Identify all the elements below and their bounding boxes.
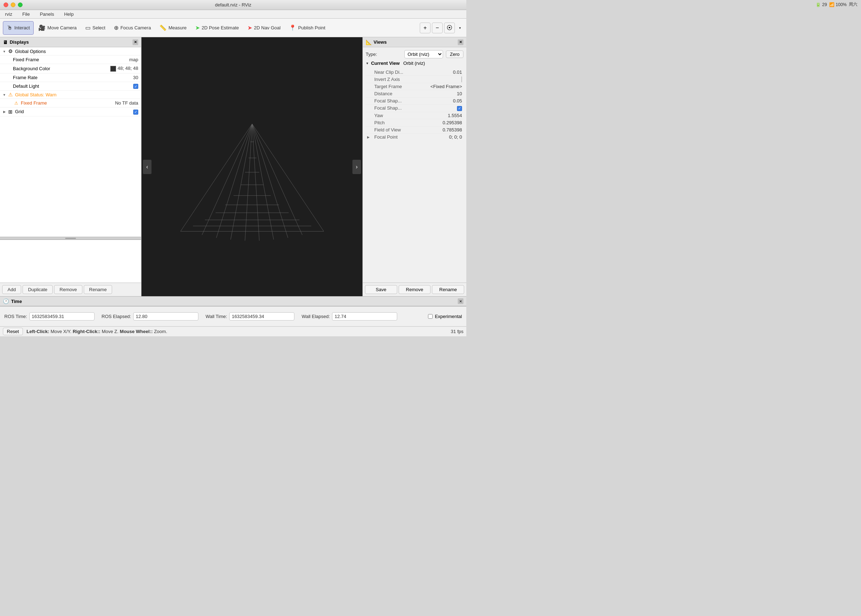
default-light-label: Default Light: [13, 83, 132, 89]
viewport-right-arrow[interactable]: ›: [352, 160, 361, 174]
viewport[interactable]: ‹: [141, 37, 363, 296]
remove-toolbar-button[interactable]: −: [432, 22, 443, 33]
distance-value: 10: [434, 91, 462, 96]
select-button[interactable]: ▭ Select: [81, 21, 109, 35]
views-panel-close[interactable]: ✕: [458, 39, 463, 45]
move-camera-icon: 🎥: [38, 24, 46, 31]
mouse-wheel-label: Mouse Wheel::: [120, 329, 153, 334]
panel-divider[interactable]: [0, 237, 141, 240]
minimize-button[interactable]: [11, 3, 16, 7]
time-panel-close[interactable]: ✕: [458, 299, 463, 304]
viewport-left-arrow[interactable]: ‹: [143, 160, 151, 174]
reset-button[interactable]: Reset: [3, 328, 23, 335]
displays-panel-close[interactable]: ✕: [132, 39, 138, 45]
focal-shape2-value: ✓: [434, 105, 462, 111]
move-camera-button[interactable]: 🎥 Move Camera: [35, 21, 80, 35]
frame-rate-row[interactable]: Frame Rate 30: [0, 74, 141, 82]
grid-checkbox[interactable]: ✓: [133, 110, 138, 115]
fixed-frame-status-label: Fixed Frame: [21, 100, 113, 106]
focal-shape1-value: 0.05: [434, 98, 462, 104]
display-tree: ⚙ Global Options Fixed Frame map Backgro…: [0, 47, 141, 237]
ros-elapsed-input[interactable]: [133, 312, 198, 321]
focus-camera-button[interactable]: ⊕ Focus Camera: [110, 21, 155, 35]
displays-panel-header: 🖥 Displays ✕: [0, 37, 141, 47]
current-view-expand[interactable]: [366, 61, 369, 65]
current-view-header: Current View Orbit (rviz): [366, 61, 463, 66]
publish-point-button[interactable]: 📍 Publish Point: [285, 21, 329, 35]
maximize-button[interactable]: [18, 3, 22, 7]
wall-elapsed-input[interactable]: [332, 312, 397, 321]
background-color-value: 48; 48; 48: [109, 65, 140, 72]
toolbar: 🖱 Interact 🎥 Move Camera ▭ Select ⊕ Focu…: [0, 19, 466, 37]
nav-goal-icon: ➤: [247, 24, 252, 31]
add-toolbar-button[interactable]: +: [420, 22, 430, 33]
remove-view-button[interactable]: Remove: [399, 285, 431, 294]
global-options-icon: ⚙: [7, 48, 14, 55]
bg-color-swatch[interactable]: [110, 66, 116, 72]
measure-icon: 📏: [159, 24, 167, 31]
duplicate-button[interactable]: Duplicate: [22, 285, 53, 294]
left-bottom: [0, 240, 141, 283]
zero-button[interactable]: Zero: [446, 50, 463, 58]
near-clip-value: 0.01: [434, 69, 462, 75]
background-color-row[interactable]: Background Color 48; 48; 48: [0, 64, 141, 74]
instruction-text: Left-Click: Move X/Y. Right-Click:: Move…: [27, 329, 451, 334]
window-title: default.rviz - RViz: [215, 2, 251, 8]
frame-rate-label: Frame Rate: [13, 75, 132, 80]
wall-time-input[interactable]: [229, 312, 294, 321]
global-options-row[interactable]: ⚙ Global Options: [0, 47, 141, 55]
left-click-label: Left-Click:: [27, 329, 49, 334]
focus-camera-icon: ⊕: [114, 24, 119, 31]
pose-estimate-button[interactable]: ➤ 2D Pose Estimate: [191, 21, 243, 35]
ros-elapsed-label: ROS Elapsed:: [102, 314, 131, 319]
invert-z-checkbox[interactable]: [461, 76, 462, 82]
focal-point-label: Focal Point: [373, 134, 434, 140]
ros-elapsed-field: ROS Elapsed:: [102, 312, 198, 321]
frame-rate-value: 30: [132, 74, 140, 81]
right-panel: 📐 Views ✕ Type: Orbit (rviz) Zero Curren…: [363, 37, 466, 296]
pitch-value: 0.295398: [434, 120, 462, 125]
svg-line-5: [252, 124, 259, 240]
type-select[interactable]: Orbit (rviz): [404, 50, 443, 58]
focal-shape2-label: Focal Shap...: [367, 105, 434, 111]
experimental-checkbox[interactable]: [428, 314, 433, 319]
default-light-row[interactable]: Default Light ✓: [0, 82, 141, 91]
type-dropdown[interactable]: Orbit (rviz): [404, 50, 443, 58]
rename-button[interactable]: Rename: [84, 285, 112, 294]
measure-button[interactable]: 📏 Measure: [156, 21, 190, 35]
fixed-frame-row[interactable]: Fixed Frame map: [0, 55, 141, 64]
expand-toolbar-button[interactable]: ▾: [456, 26, 463, 30]
views-panel-buttons: Save Remove Rename: [363, 283, 466, 296]
focal-shape2-checkbox[interactable]: ✓: [457, 106, 462, 111]
close-button[interactable]: [3, 3, 8, 7]
pitch-label: Pitch: [367, 120, 434, 125]
menu-file[interactable]: File: [21, 11, 31, 17]
divider-handle: [65, 238, 76, 239]
ros-time-input[interactable]: [29, 312, 94, 321]
interact-button[interactable]: 🖱 Interact: [3, 21, 34, 35]
grid-row[interactable]: ⊞ Grid ✓: [0, 107, 141, 116]
fixed-frame-status-row[interactable]: ⚠ Fixed Frame No TF data: [0, 99, 141, 107]
focal-point-expand[interactable]: [367, 135, 373, 139]
mouse-wheel-desc: Zoom.: [154, 329, 167, 334]
wall-time-label: Wall Time:: [206, 314, 227, 319]
menu-rviz[interactable]: rviz: [3, 11, 14, 17]
near-clip-row: Near Clip Di... 0.01: [366, 69, 463, 76]
global-status-row[interactable]: ⚠ Global Status: Warn: [0, 91, 141, 99]
main-layout: 🖥 Displays ✕ ⚙ Global Options Fixed Fram…: [0, 37, 466, 296]
rename-view-button[interactable]: Rename: [432, 285, 464, 294]
save-view-button[interactable]: Save: [365, 285, 397, 294]
default-light-checkbox[interactable]: ✓: [133, 84, 138, 89]
menu-panels[interactable]: Panels: [38, 11, 55, 17]
grid-label: Grid: [15, 109, 132, 114]
interact-icon: 🖱: [7, 25, 13, 31]
settings-toolbar-button[interactable]: ⦿: [444, 22, 455, 33]
add-button[interactable]: Add: [2, 285, 21, 294]
ros-time-label: ROS Time:: [4, 314, 27, 319]
menu-help[interactable]: Help: [63, 11, 75, 17]
remove-button[interactable]: Remove: [54, 285, 82, 294]
fixed-frame-label: Fixed Frame: [13, 57, 128, 62]
distance-row: Distance 10: [366, 90, 463, 97]
3d-grid-svg: [152, 77, 352, 256]
nav-goal-button[interactable]: ➤ 2D Nav Goal: [244, 21, 284, 35]
